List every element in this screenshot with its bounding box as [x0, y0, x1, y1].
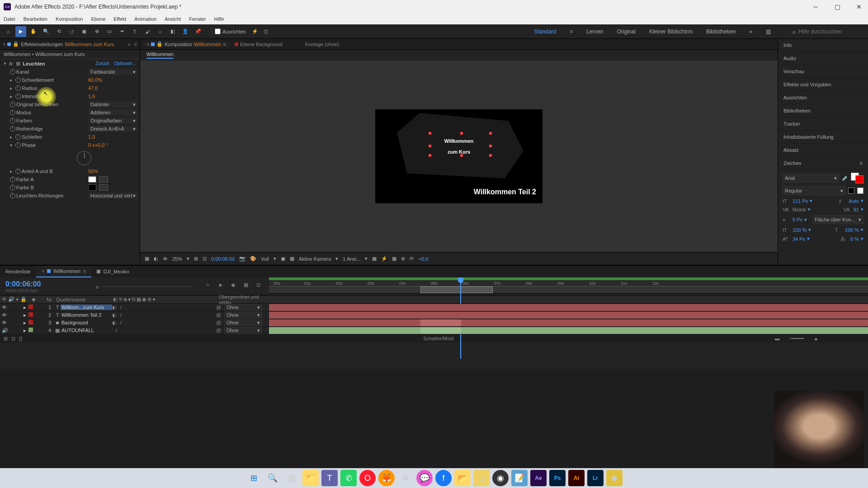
- zoom-dropdown-icon[interactable]: ▾: [187, 256, 189, 262]
- lr-icon[interactable]: Lr: [587, 470, 604, 486]
- pickwhip-icon[interactable]: @: [216, 312, 224, 318]
- menu-fenster[interactable]: Fenster: [189, 16, 206, 22]
- app3-icon[interactable]: ◆: [606, 470, 623, 486]
- leading-value[interactable]: Auto: [849, 198, 859, 204]
- parent-select[interactable]: Ohne▾: [224, 312, 262, 319]
- timeline-ruler[interactable]: :00s 01s 02s 03s 04s 05s 06s 07s 08s 09s…: [269, 277, 868, 294]
- panel-zeichen[interactable]: Zeichen≡: [778, 157, 868, 170]
- panel-vorschau[interactable]: Vorschau: [778, 65, 868, 78]
- richtungen-select[interactable]: Horizontal und vert▾: [88, 192, 138, 199]
- transparency-icon[interactable]: ▦: [290, 256, 294, 262]
- viewer-timecode[interactable]: 0:00:06:00: [211, 256, 235, 262]
- options-link[interactable]: Optionen...: [114, 61, 136, 66]
- teams-icon[interactable]: T: [321, 470, 338, 486]
- eyedropper-a-icon[interactable]: [99, 176, 108, 183]
- pickwhip-icon[interactable]: @: [216, 328, 224, 333]
- home-icon[interactable]: ⌂: [3, 26, 14, 37]
- effect-tab-label[interactable]: Effekteinstellungen: [21, 42, 63, 47]
- renderlist-tab[interactable]: Renderliste: [0, 266, 36, 277]
- phase-dial[interactable]: [77, 151, 91, 165]
- stopwatch-icon[interactable]: [15, 142, 21, 148]
- workspace-more-icon[interactable]: »: [749, 28, 752, 35]
- playhead[interactable]: [458, 277, 463, 293]
- pickwhip-icon[interactable]: @: [216, 305, 224, 310]
- panel-bibliotheken[interactable]: Bibliotheken: [778, 104, 868, 117]
- eye-col-icon[interactable]: 👁: [2, 296, 7, 302]
- expand-icon[interactable]: ▸: [24, 320, 26, 326]
- panel-more-icon[interactable]: »: [127, 42, 130, 47]
- eraser-tool-icon[interactable]: ◧: [167, 26, 178, 37]
- intensitaet-value[interactable]: 1,6: [88, 94, 138, 99]
- views-select[interactable]: 1 Ansi...: [343, 256, 360, 262]
- ps-icon[interactable]: Ps: [549, 470, 566, 486]
- panel-info[interactable]: Info: [778, 39, 868, 52]
- whatsapp-icon[interactable]: ✆: [340, 470, 357, 486]
- toggle-blend-icon[interactable]: {}: [19, 336, 22, 342]
- stroke-option-select[interactable]: Fläche über Kon...▾: [812, 215, 863, 224]
- zoom-in-icon[interactable]: ▲: [813, 336, 818, 342]
- app-icon[interactable]: ⚙: [397, 470, 414, 486]
- task-search-icon[interactable]: 🔍: [264, 470, 281, 486]
- camera-select[interactable]: Aktive Kamera: [299, 256, 331, 262]
- comp-tab-willkommen[interactable]: ×Willkommen≡: [36, 266, 92, 277]
- puppet-tool-icon[interactable]: 📌: [193, 26, 203, 37]
- tracking-value[interactable]: 91: [854, 207, 859, 212]
- modus-select[interactable]: Addieren▾: [88, 109, 138, 116]
- switch-col-icon[interactable]: ◐: [113, 296, 118, 302]
- layer-tab[interactable]: Ebene Background: [231, 42, 286, 47]
- color-mgmt-icon[interactable]: 🎨: [250, 256, 256, 262]
- parent-select[interactable]: Ohne▾: [224, 327, 262, 334]
- layer-segment[interactable]: [420, 319, 461, 326]
- workspace-original[interactable]: Original: [617, 28, 636, 35]
- menu-komposition[interactable]: Komposition: [56, 16, 83, 22]
- expand-icon[interactable]: ▸: [10, 77, 15, 83]
- workspace-standard[interactable]: Standard: [534, 28, 556, 35]
- snap-options-icon[interactable]: ⚡: [250, 26, 260, 37]
- layer-name[interactable]: AUTOUNFALL: [61, 328, 112, 333]
- vscale-value[interactable]: 100 %: [793, 227, 807, 233]
- zoom-slider[interactable]: ○━━━━: [789, 336, 805, 342]
- roi-icon[interactable]: ▣: [281, 256, 285, 262]
- anteil-value[interactable]: 50%: [88, 169, 138, 174]
- snapshot-icon[interactable]: 📷: [239, 256, 245, 262]
- expand-icon[interactable]: ▸: [10, 94, 15, 99]
- mask-icon[interactable]: 👁: [163, 256, 168, 262]
- layer-bar[interactable]: [269, 304, 868, 311]
- layer-bar[interactable]: [269, 312, 868, 319]
- kanal-select[interactable]: Farbkanäle▾: [88, 68, 138, 75]
- refresh-icon[interactable]: ⟳: [410, 256, 414, 262]
- panel-menu-icon[interactable]: ≡: [134, 42, 137, 47]
- resolution-select[interactable]: Voll: [261, 256, 269, 262]
- layer-bar[interactable]: [269, 319, 868, 326]
- farben-select[interactable]: Originalfarben▾: [88, 117, 138, 124]
- expand-icon[interactable]: ▸: [24, 305, 26, 310]
- panel-effekte[interactable]: Effekte und Vorgaben: [778, 78, 868, 91]
- stopwatch-icon[interactable]: [15, 169, 21, 174]
- comp-tab[interactable]: × 🔒 Komposition Willkommen ≡: [143, 41, 229, 47]
- fill-swatch[interactable]: [857, 188, 863, 194]
- res-icon[interactable]: ⊞: [194, 256, 198, 262]
- stopwatch-icon[interactable]: [10, 69, 15, 75]
- stroke-swatch[interactable]: [848, 188, 854, 194]
- menu-ebene[interactable]: Ebene: [91, 16, 105, 22]
- clone-tool-icon[interactable]: ⟐: [155, 26, 165, 37]
- phase-value[interactable]: 0 x+0,0 °: [88, 142, 138, 148]
- pen-tool-icon[interactable]: ✒: [117, 26, 127, 37]
- facebook-icon[interactable]: f: [435, 470, 452, 486]
- motion-blur-icon[interactable]: ◉: [231, 282, 240, 291]
- notepad-icon[interactable]: 📝: [511, 470, 528, 486]
- eyedropper-b-icon[interactable]: [99, 184, 108, 191]
- hscale-value[interactable]: 100 %: [845, 227, 859, 233]
- panel-menu-icon[interactable]: ≡: [860, 160, 863, 166]
- expand-icon[interactable]: ▸: [24, 312, 26, 318]
- menu-effekt[interactable]: Effekt: [113, 16, 126, 22]
- workspace-kleiner[interactable]: Kleiner Bildschirm: [649, 28, 693, 35]
- menu-hilfe[interactable]: Hilfe: [214, 16, 224, 22]
- layer-row[interactable]: 👁▸ 2 T Willkommen Teil 2 ◐/ @ Ohne▾: [0, 311, 269, 319]
- task-view-icon[interactable]: ▥: [283, 470, 300, 486]
- pixel-aspect-icon[interactable]: ▦: [372, 256, 377, 262]
- roto-tool-icon[interactable]: 👤: [180, 26, 191, 37]
- workspace-reset-icon[interactable]: ▥: [766, 28, 771, 35]
- shape-tool-icon[interactable]: ▭: [104, 26, 115, 37]
- expand-icon[interactable]: ▸: [10, 134, 15, 140]
